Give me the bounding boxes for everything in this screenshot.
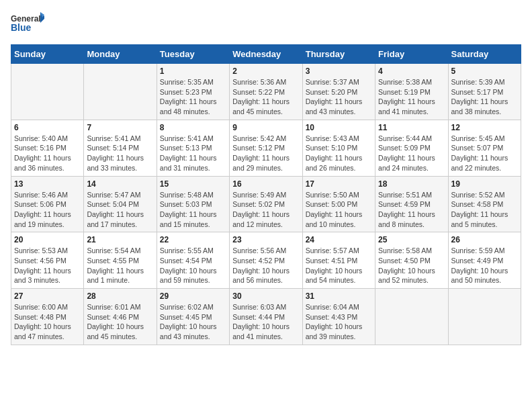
day-number: 25 xyxy=(378,235,445,244)
day-number: 13 xyxy=(14,179,81,189)
day-info: Sunrise: 5:37 AMSunset: 5:20 PMDaylight:… xyxy=(306,77,372,117)
week-row-5: 27Sunrise: 6:00 AMSunset: 4:48 PMDayligh… xyxy=(11,289,521,345)
calendar-cell: 15Sunrise: 5:48 AMSunset: 5:03 PMDayligh… xyxy=(157,176,229,232)
day-info: Sunrise: 5:41 AMSunset: 5:14 PMDaylight:… xyxy=(87,134,153,173)
day-info: Sunrise: 6:04 AMSunset: 4:43 PMDaylight:… xyxy=(306,302,372,342)
day-number: 2 xyxy=(232,66,299,76)
calendar-cell: 17Sunrise: 5:50 AMSunset: 5:00 PMDayligh… xyxy=(302,176,375,232)
page-header: General Blue xyxy=(11,11,521,38)
day-info: Sunrise: 6:03 AMSunset: 4:44 PMDaylight:… xyxy=(232,302,299,342)
calendar-cell xyxy=(448,289,521,345)
calendar-cell: 24Sunrise: 5:57 AMSunset: 4:51 PMDayligh… xyxy=(302,232,375,289)
day-info: Sunrise: 5:38 AMSunset: 5:19 PMDaylight:… xyxy=(378,77,445,117)
day-number: 18 xyxy=(378,179,445,189)
day-info: Sunrise: 5:36 AMSunset: 5:22 PMDaylight:… xyxy=(232,77,299,117)
calendar-cell: 27Sunrise: 6:00 AMSunset: 4:48 PMDayligh… xyxy=(11,289,84,345)
calendar-cell: 3Sunrise: 5:37 AMSunset: 5:20 PMDaylight… xyxy=(302,64,375,120)
day-info: Sunrise: 5:54 AMSunset: 4:55 PMDaylight:… xyxy=(87,246,153,285)
day-info: Sunrise: 5:55 AMSunset: 4:54 PMDaylight:… xyxy=(160,246,226,285)
day-info: Sunrise: 6:01 AMSunset: 4:46 PMDaylight:… xyxy=(87,302,153,342)
calendar-cell: 5Sunrise: 5:39 AMSunset: 5:17 PMDaylight… xyxy=(448,64,521,120)
day-info: Sunrise: 5:45 AMSunset: 5:07 PMDaylight:… xyxy=(451,134,518,173)
calendar-cell: 25Sunrise: 5:58 AMSunset: 4:50 PMDayligh… xyxy=(375,232,448,289)
week-row-2: 6Sunrise: 5:40 AMSunset: 5:16 PMDaylight… xyxy=(11,120,521,176)
day-info: Sunrise: 5:40 AMSunset: 5:16 PMDaylight:… xyxy=(14,134,81,173)
calendar-cell xyxy=(84,64,157,120)
calendar-cell: 2Sunrise: 5:36 AMSunset: 5:22 PMDaylight… xyxy=(230,64,302,120)
day-number: 14 xyxy=(87,179,153,189)
calendar-cell: 13Sunrise: 5:46 AMSunset: 5:06 PMDayligh… xyxy=(11,176,84,232)
week-row-4: 20Sunrise: 5:53 AMSunset: 4:56 PMDayligh… xyxy=(11,232,521,289)
day-info: Sunrise: 5:51 AMSunset: 4:59 PMDaylight:… xyxy=(378,190,445,230)
day-info: Sunrise: 5:58 AMSunset: 4:50 PMDaylight:… xyxy=(378,246,445,285)
calendar-cell: 16Sunrise: 5:49 AMSunset: 5:02 PMDayligh… xyxy=(230,176,302,232)
calendar-cell: 22Sunrise: 5:55 AMSunset: 4:54 PMDayligh… xyxy=(157,232,229,289)
week-row-1: 1Sunrise: 5:35 AMSunset: 5:23 PMDaylight… xyxy=(11,64,521,120)
calendar-cell: 20Sunrise: 5:53 AMSunset: 4:56 PMDayligh… xyxy=(11,232,84,289)
day-number: 5 xyxy=(451,66,518,76)
day-number: 20 xyxy=(14,235,81,244)
day-header-friday: Friday xyxy=(375,45,448,64)
day-info: Sunrise: 5:57 AMSunset: 4:51 PMDaylight:… xyxy=(306,246,372,285)
day-info: Sunrise: 5:56 AMSunset: 4:52 PMDaylight:… xyxy=(232,246,299,285)
calendar-cell: 19Sunrise: 5:52 AMSunset: 4:58 PMDayligh… xyxy=(448,176,521,232)
day-info: Sunrise: 5:43 AMSunset: 5:10 PMDaylight:… xyxy=(306,134,372,173)
day-number: 15 xyxy=(160,179,226,189)
day-headers-row: SundayMondayTuesdayWednesdayThursdayFrid… xyxy=(11,45,521,64)
week-row-3: 13Sunrise: 5:46 AMSunset: 5:06 PMDayligh… xyxy=(11,176,521,232)
day-number: 7 xyxy=(87,123,153,132)
day-number: 17 xyxy=(306,179,372,189)
day-number: 28 xyxy=(87,291,153,301)
day-number: 27 xyxy=(14,291,81,301)
day-number: 16 xyxy=(232,179,299,189)
day-info: Sunrise: 5:44 AMSunset: 5:09 PMDaylight:… xyxy=(378,134,445,173)
day-number: 30 xyxy=(232,291,299,301)
calendar-cell: 23Sunrise: 5:56 AMSunset: 4:52 PMDayligh… xyxy=(230,232,302,289)
calendar-cell: 1Sunrise: 5:35 AMSunset: 5:23 PMDaylight… xyxy=(157,64,229,120)
day-header-saturday: Saturday xyxy=(448,45,521,64)
calendar-cell: 10Sunrise: 5:43 AMSunset: 5:10 PMDayligh… xyxy=(302,120,375,176)
day-number: 22 xyxy=(160,235,226,244)
day-number: 26 xyxy=(451,235,518,244)
day-header-sunday: Sunday xyxy=(11,45,84,64)
day-info: Sunrise: 5:39 AMSunset: 5:17 PMDaylight:… xyxy=(451,77,518,117)
day-info: Sunrise: 5:48 AMSunset: 5:03 PMDaylight:… xyxy=(160,190,226,230)
calendar-cell: 12Sunrise: 5:45 AMSunset: 5:07 PMDayligh… xyxy=(448,120,521,176)
day-number: 6 xyxy=(14,123,81,132)
day-number: 31 xyxy=(306,291,372,301)
day-info: Sunrise: 5:47 AMSunset: 5:04 PMDaylight:… xyxy=(87,190,153,230)
calendar-cell: 18Sunrise: 5:51 AMSunset: 4:59 PMDayligh… xyxy=(375,176,448,232)
calendar-table: SundayMondayTuesdayWednesdayThursdayFrid… xyxy=(11,44,521,345)
day-info: Sunrise: 5:42 AMSunset: 5:12 PMDaylight:… xyxy=(232,134,299,173)
day-info: Sunrise: 5:53 AMSunset: 4:56 PMDaylight:… xyxy=(14,246,81,285)
day-info: Sunrise: 6:02 AMSunset: 4:45 PMDaylight:… xyxy=(160,302,226,342)
calendar-cell: 9Sunrise: 5:42 AMSunset: 5:12 PMDaylight… xyxy=(230,120,302,176)
day-number: 11 xyxy=(378,123,445,132)
day-header-thursday: Thursday xyxy=(302,45,375,64)
day-info: Sunrise: 5:49 AMSunset: 5:02 PMDaylight:… xyxy=(232,190,299,230)
calendar-cell: 14Sunrise: 5:47 AMSunset: 5:04 PMDayligh… xyxy=(84,176,157,232)
day-header-wednesday: Wednesday xyxy=(230,45,302,64)
day-info: Sunrise: 5:35 AMSunset: 5:23 PMDaylight:… xyxy=(160,77,226,117)
calendar-cell xyxy=(11,64,84,120)
day-number: 19 xyxy=(451,179,518,189)
calendar-cell: 26Sunrise: 5:59 AMSunset: 4:49 PMDayligh… xyxy=(448,232,521,289)
day-number: 1 xyxy=(160,66,226,76)
calendar-cell: 28Sunrise: 6:01 AMSunset: 4:46 PMDayligh… xyxy=(84,289,157,345)
calendar-cell: 29Sunrise: 6:02 AMSunset: 4:45 PMDayligh… xyxy=(157,289,229,345)
day-number: 23 xyxy=(232,235,299,244)
logo-svg: General Blue xyxy=(11,11,44,38)
calendar-cell: 7Sunrise: 5:41 AMSunset: 5:14 PMDaylight… xyxy=(84,120,157,176)
day-number: 3 xyxy=(306,66,372,76)
day-number: 29 xyxy=(160,291,226,301)
day-info: Sunrise: 5:41 AMSunset: 5:13 PMDaylight:… xyxy=(160,134,226,173)
calendar-cell: 11Sunrise: 5:44 AMSunset: 5:09 PMDayligh… xyxy=(375,120,448,176)
day-number: 4 xyxy=(378,66,445,76)
day-info: Sunrise: 5:46 AMSunset: 5:06 PMDaylight:… xyxy=(14,190,81,230)
day-info: Sunrise: 5:52 AMSunset: 4:58 PMDaylight:… xyxy=(451,190,518,230)
day-header-monday: Monday xyxy=(84,45,157,64)
day-info: Sunrise: 5:59 AMSunset: 4:49 PMDaylight:… xyxy=(451,246,518,285)
day-number: 24 xyxy=(306,235,372,244)
logo: General Blue xyxy=(11,11,44,38)
day-number: 12 xyxy=(451,123,518,132)
